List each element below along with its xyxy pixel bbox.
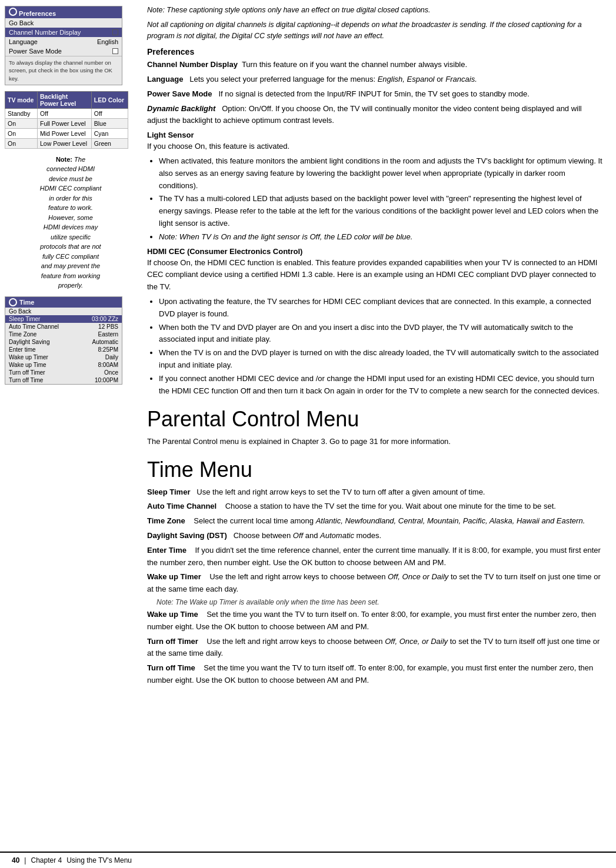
time-menu-title: Time Menu bbox=[147, 457, 604, 482]
list-item: When the TV is on and the DVD player is … bbox=[159, 347, 604, 372]
page-footer: 40 | Chapter 4 Using the TV's Menu bbox=[0, 852, 616, 868]
time-menu-box: Time Go Back Sleep Timer 03:00 ZZz Auto … bbox=[5, 296, 122, 385]
hdmi-side-note: Note: The connected HDMI device must be … bbox=[5, 155, 136, 291]
top-note-line1: Note: These captioning style options onl… bbox=[147, 5, 604, 16]
pref-box-note: To always display the channel number on … bbox=[5, 56, 122, 85]
list-item: Upon activating the feature, the TV sear… bbox=[159, 296, 604, 321]
language-text: Language Lets you select your preferred … bbox=[147, 74, 604, 86]
page-container: Preferences Go Back Channel Number Displ… bbox=[0, 0, 616, 868]
wake-up-timer-text: Wake up Timer Use the left and right arr… bbox=[147, 571, 604, 596]
time-sleep-timer[interactable]: Sleep Timer 03:00 ZZz bbox=[5, 315, 122, 323]
list-item: If you connect another HDMI CEC device a… bbox=[159, 373, 604, 398]
light-sensor-title: Light Sensor bbox=[147, 131, 604, 139]
right-column: Note: These captioning style options onl… bbox=[141, 0, 616, 868]
list-item: When both the TV and DVD player are On a… bbox=[159, 322, 604, 346]
list-item: When activated, this feature monitors th… bbox=[159, 155, 604, 192]
hdmi-cec-list: Upon activating the feature, the TV sear… bbox=[159, 296, 604, 397]
check-icon bbox=[112, 29, 118, 35]
footer-text: Using the TV's Menu bbox=[66, 856, 132, 864]
time-wake-up-timer[interactable]: Wake up Timer Daily bbox=[5, 353, 122, 361]
sleep-timer-text: Sleep Timer Use the left and right arrow… bbox=[147, 486, 604, 499]
channel-number-display-text: Channel Number Display Turn this feature… bbox=[147, 59, 604, 71]
page-number: 40 bbox=[12, 856, 19, 864]
time-wake-up-time[interactable]: Wake up Time 8:00AM bbox=[5, 361, 122, 369]
backlight-table: TV mode BacklightPower Level LED Color S… bbox=[5, 91, 128, 149]
check-empty-icon bbox=[112, 48, 118, 54]
preferences-menu-box: Preferences Go Back Channel Number Displ… bbox=[5, 6, 122, 85]
turn-off-timer-text: Turn off Timer Use the left and right ar… bbox=[147, 636, 604, 660]
time-icon bbox=[9, 298, 17, 306]
table-row: On Full Power Level Blue bbox=[5, 118, 128, 128]
left-column: Preferences Go Back Channel Number Displ… bbox=[0, 0, 141, 868]
pref-language[interactable]: Language English bbox=[5, 37, 122, 46]
parental-control-title: Parental Control Menu bbox=[147, 406, 604, 432]
pref-box-title: Preferences bbox=[5, 6, 122, 18]
table-row: On Mid Power Level Cyan bbox=[5, 128, 128, 138]
pref-channel-number-display[interactable]: Channel Number Display bbox=[5, 28, 122, 37]
chapter-label: Chapter 4 bbox=[31, 856, 62, 864]
time-auto-channel[interactable]: Auto Time Channel 12 PBS bbox=[5, 323, 122, 330]
pref-power-save-mode[interactable]: Power Save Mode bbox=[5, 46, 122, 56]
wake-up-time-text: Wake up Time Set the time you want the T… bbox=[147, 609, 604, 633]
parental-control-desc: The Parental Control menu is explained i… bbox=[147, 436, 604, 448]
table-header-tvmode: TV mode bbox=[5, 91, 38, 108]
time-zone-text: Time Zone Select the current local time … bbox=[147, 515, 604, 528]
time-turn-off-time[interactable]: Turn off Time 10:00PM bbox=[5, 376, 122, 384]
time-daylight-saving[interactable]: Daylight Saving Automatic bbox=[5, 338, 122, 346]
pref-go-back[interactable]: Go Back bbox=[5, 18, 122, 28]
time-enter-time[interactable]: Enter time 8:25PM bbox=[5, 346, 122, 353]
hdmi-cec-desc: If choose On, the HDMI CEC function is e… bbox=[147, 257, 604, 293]
power-save-mode-text: Power Save Mode If no signal is detected… bbox=[147, 88, 604, 101]
list-item-note: Note: When TV is On and the light sensor… bbox=[159, 231, 604, 243]
top-note-line2: Not all captioning on digital channels i… bbox=[147, 19, 604, 42]
table-row: Standby Off Off bbox=[5, 108, 128, 118]
time-box-title: Time bbox=[5, 297, 122, 308]
hdmi-cec-title: HDMI CEC (Consumer Electronics Control) bbox=[147, 247, 604, 256]
light-sensor-desc: If you choose On, this feature is activa… bbox=[147, 141, 604, 153]
time-turn-off-timer[interactable]: Turn off Timer Once bbox=[5, 369, 122, 376]
table-header-led: LED Color bbox=[91, 91, 128, 108]
table-row: On Low Power Level Green bbox=[5, 138, 128, 148]
pref-icon bbox=[9, 8, 17, 16]
time-go-back[interactable]: Go Back bbox=[5, 308, 122, 315]
dynamic-backlight-text: Dynamic Backlight Option: On/Off. If you… bbox=[147, 103, 604, 128]
list-item: The TV has a multi-colored LED that adju… bbox=[159, 193, 604, 229]
preferences-title: Preferences bbox=[147, 47, 604, 56]
table-header-backlight: BacklightPower Level bbox=[38, 91, 92, 108]
light-sensor-list: When activated, this feature monitors th… bbox=[159, 155, 604, 243]
auto-time-channel-text: Auto Time Channel Choose a station to ha… bbox=[147, 500, 604, 513]
turn-off-time-text: Turn off Time Set the time you want the … bbox=[147, 662, 604, 687]
enter-time-text: Enter Time If you didn't set the time re… bbox=[147, 545, 604, 569]
wake-up-timer-note: Note: The Wake up Timer is available onl… bbox=[157, 598, 604, 606]
time-zone[interactable]: Time Zone Eastern bbox=[5, 330, 122, 338]
daylight-saving-text: Daylight Saving (DST) Choose between Off… bbox=[147, 530, 604, 542]
